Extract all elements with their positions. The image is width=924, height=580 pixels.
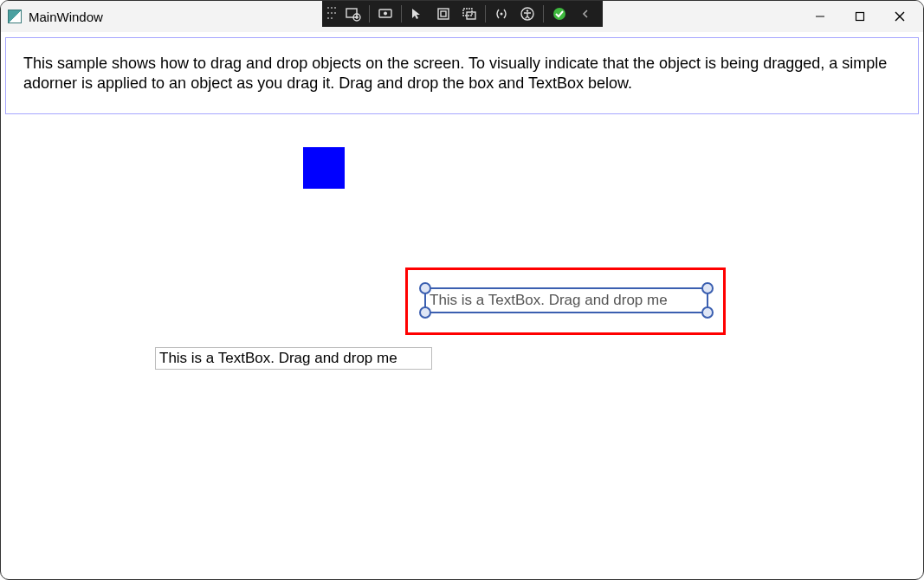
svg-point-5 bbox=[384, 12, 387, 16]
toolbar-grip-icon[interactable] bbox=[327, 7, 336, 21]
svg-point-13 bbox=[553, 8, 565, 20]
svg-rect-6 bbox=[438, 9, 449, 19]
adorner-handle-icon[interactable] bbox=[419, 306, 431, 319]
xaml-binding-icon[interactable] bbox=[489, 3, 514, 25]
layout-adorners-icon[interactable] bbox=[431, 3, 456, 25]
adorner-handle-icon[interactable] bbox=[701, 306, 714, 319]
close-button[interactable] bbox=[880, 3, 920, 30]
info-text: This sample shows how to drag and drop o… bbox=[23, 54, 901, 94]
svg-rect-7 bbox=[441, 11, 446, 16]
client-area: This sample shows how to drag and drop o… bbox=[3, 35, 921, 577]
track-focus-icon[interactable] bbox=[457, 3, 481, 25]
adorner-handle-icon[interactable] bbox=[701, 282, 714, 294]
draggable-textbox[interactable] bbox=[155, 347, 432, 370]
toolbar-separator bbox=[369, 5, 370, 23]
toolbar-separator bbox=[401, 5, 402, 23]
window-title: MainWindow bbox=[29, 10, 103, 24]
draggable-box[interactable] bbox=[303, 147, 345, 189]
maximize-button[interactable] bbox=[840, 3, 880, 30]
minimize-button[interactable] bbox=[800, 3, 840, 30]
main-window: MainWindow bbox=[0, 0, 924, 580]
screencast-icon[interactable] bbox=[373, 3, 397, 25]
svg-rect-0 bbox=[346, 9, 357, 17]
toolbar-separator bbox=[543, 5, 544, 23]
toolbar-separator bbox=[485, 5, 486, 23]
chevron-left-icon[interactable] bbox=[573, 3, 598, 25]
info-panel: This sample shows how to drag and drop o… bbox=[5, 37, 919, 114]
debug-toolbar[interactable] bbox=[322, 1, 603, 27]
accessibility-icon[interactable] bbox=[515, 3, 540, 25]
app-icon bbox=[8, 10, 22, 23]
adorner-handle-icon[interactable] bbox=[419, 282, 431, 294]
adorner-textbox-ghost[interactable]: This is a TextBox. Drag and drop me bbox=[424, 287, 708, 313]
titlebar[interactable]: MainWindow bbox=[1, 1, 923, 32]
drag-canvas[interactable]: This is a TextBox. Drag and drop me bbox=[3, 114, 921, 551]
window-controls bbox=[800, 1, 920, 32]
svg-point-10 bbox=[500, 13, 502, 16]
hot-reload-icon[interactable] bbox=[547, 3, 572, 25]
svg-point-12 bbox=[526, 10, 527, 11]
select-element-icon[interactable] bbox=[405, 3, 430, 25]
svg-rect-15 bbox=[856, 13, 864, 21]
live-visual-tree-icon[interactable] bbox=[341, 3, 365, 25]
